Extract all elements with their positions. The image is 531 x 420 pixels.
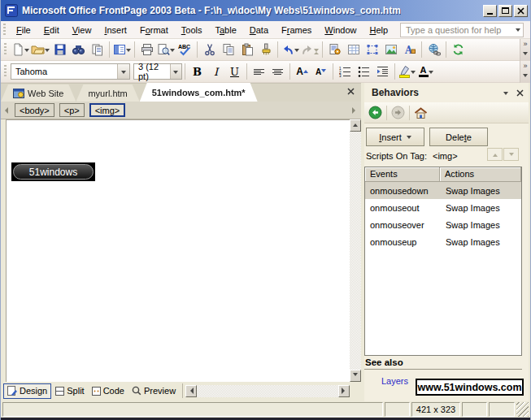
menu-data[interactable]: Data	[243, 23, 275, 37]
swap-image-element[interactable]: 51windows	[11, 162, 95, 181]
decrease-font-size-button[interactable]: A	[311, 63, 330, 80]
pane-menu-dropdown-icon[interactable]	[503, 92, 508, 97]
font-color-dropdown-icon[interactable]	[429, 71, 433, 76]
scroll-up-button[interactable]	[350, 119, 361, 132]
menu-insert[interactable]: Insert	[98, 23, 133, 37]
close-page-button[interactable]	[347, 88, 355, 95]
menu-tools[interactable]: Tools	[175, 23, 209, 37]
layers-link[interactable]: Layers	[381, 376, 408, 386]
undo-dropdown-icon[interactable]	[294, 49, 299, 54]
font-size-dropdown[interactable]	[170, 64, 181, 79]
bold-button[interactable]: B	[188, 63, 207, 80]
pane-close-button[interactable]	[516, 89, 524, 97]
menu-file[interactable]: File	[10, 23, 37, 37]
open-button[interactable]	[30, 41, 50, 58]
new-page-button[interactable]	[11, 41, 30, 58]
maximize-button[interactable]	[498, 5, 512, 17]
tag-p[interactable]: <p>	[59, 103, 85, 117]
menu-table[interactable]: Table	[208, 23, 242, 37]
design-view-button[interactable]: Design	[3, 383, 51, 399]
toolbar-drag-handle[interactable]	[4, 43, 7, 56]
highlight-dropdown-icon[interactable]	[411, 71, 416, 76]
paste-button[interactable]	[237, 41, 256, 58]
tag-scroll-right-button[interactable]	[350, 103, 359, 118]
insert-hyperlink-button[interactable]	[424, 41, 443, 58]
open-dropdown-icon[interactable]	[45, 49, 50, 54]
tag-img[interactable]: <img>	[89, 103, 126, 117]
format-painter-button[interactable]	[256, 41, 275, 58]
actions-column-header[interactable]: Actions	[440, 167, 521, 182]
refresh-button[interactable]	[449, 41, 468, 58]
behavior-row[interactable]: onmouseover Swap Images	[365, 216, 521, 233]
move-down-button[interactable]	[503, 148, 519, 161]
preview-view-button[interactable]: Preview	[128, 383, 179, 399]
tag-body[interactable]: <body>	[15, 103, 54, 117]
publish-site-button[interactable]	[88, 41, 107, 58]
insert-picture-button[interactable]	[381, 41, 400, 58]
tab-51windows-com[interactable]: 51windows_com.htm*	[140, 83, 258, 102]
split-view-button[interactable]: Split	[52, 383, 87, 399]
insert-layer-button[interactable]	[363, 41, 381, 58]
toggle-pane-button[interactable]	[112, 41, 132, 58]
close-button[interactable]	[514, 5, 528, 17]
page-canvas[interactable]: 51windows	[6, 119, 350, 382]
canvas-vertical-scrollbar[interactable]	[350, 119, 361, 382]
print-button[interactable]	[137, 41, 156, 58]
events-column-header[interactable]: Events	[365, 167, 440, 182]
preview-in-browser-button[interactable]	[156, 41, 176, 58]
pane-back-button[interactable]	[368, 106, 382, 119]
canvas-horizontal-scrollbar[interactable]	[185, 385, 350, 397]
undo-button[interactable]	[281, 41, 300, 58]
scroll-left-button[interactable]	[185, 385, 197, 397]
preview-dropdown-icon[interactable]	[170, 49, 175, 54]
cut-button[interactable]	[200, 41, 219, 58]
bullet-list-button[interactable]	[355, 63, 373, 80]
align-center-button[interactable]	[268, 63, 287, 80]
toolbar-options-button[interactable]: »	[520, 39, 530, 61]
toolbar-options-button[interactable]: »	[520, 61, 530, 83]
highlight-button[interactable]	[398, 63, 416, 80]
behavior-row[interactable]: onmousedown Swap Images	[365, 182, 521, 199]
insert-behavior-button[interactable]: Insert	[366, 128, 424, 146]
menu-frames[interactable]: Frames	[275, 23, 318, 37]
font-color-button[interactable]: A	[416, 63, 435, 80]
redo-button[interactable]	[300, 41, 320, 58]
save-button[interactable]	[50, 41, 69, 58]
help-question-input[interactable]: Type a question for help	[400, 23, 524, 37]
toggle-pane-dropdown-icon[interactable]	[126, 49, 131, 54]
new-page-dropdown-icon[interactable]	[24, 49, 29, 54]
insert-web-component-button[interactable]	[325, 41, 344, 58]
minimize-button[interactable]	[483, 5, 497, 17]
increase-indent-button[interactable]	[373, 63, 392, 80]
menu-view[interactable]: View	[66, 23, 98, 37]
menu-help[interactable]: Help	[363, 23, 394, 37]
behavior-row[interactable]: onmouseup Swap Images	[365, 233, 521, 250]
code-view-button[interactable]: Code	[89, 383, 128, 399]
menu-window[interactable]: Window	[318, 23, 363, 37]
tag-scroll-left-button[interactable]	[1, 103, 10, 118]
copy-button[interactable]	[219, 41, 237, 58]
behavior-row[interactable]: onmouseout Swap Images	[365, 199, 521, 216]
menu-edit[interactable]: Edit	[37, 23, 66, 37]
scroll-right-button[interactable]	[338, 385, 350, 397]
chevron-down-icon[interactable]	[516, 28, 520, 34]
pane-forward-button[interactable]	[391, 106, 405, 119]
align-left-button[interactable]	[250, 63, 268, 80]
font-size-combo[interactable]: 3 (12 pt)	[133, 63, 182, 80]
font-name-dropdown[interactable]	[117, 64, 129, 79]
delete-behavior-button[interactable]: Delete	[429, 128, 488, 146]
toolbar-drag-handle[interactable]	[4, 65, 7, 78]
tab-web-site[interactable]: Web Site	[1, 84, 76, 102]
italic-button[interactable]: I	[207, 63, 225, 80]
pane-home-button[interactable]	[414, 106, 428, 119]
menu-format[interactable]: Format	[133, 23, 175, 37]
numbered-list-button[interactable]: 123	[336, 63, 355, 80]
increase-font-size-button[interactable]: A	[293, 63, 311, 80]
scroll-down-button[interactable]	[350, 370, 361, 382]
spelling-button[interactable]: ABC	[176, 41, 194, 58]
find-button[interactable]	[69, 41, 88, 58]
tab-myurl[interactable]: myurl.htm	[76, 84, 139, 102]
font-name-combo[interactable]: Tahoma	[11, 63, 130, 80]
insert-wordart-button[interactable]: A	[400, 41, 419, 58]
insert-table-button[interactable]	[344, 41, 363, 58]
